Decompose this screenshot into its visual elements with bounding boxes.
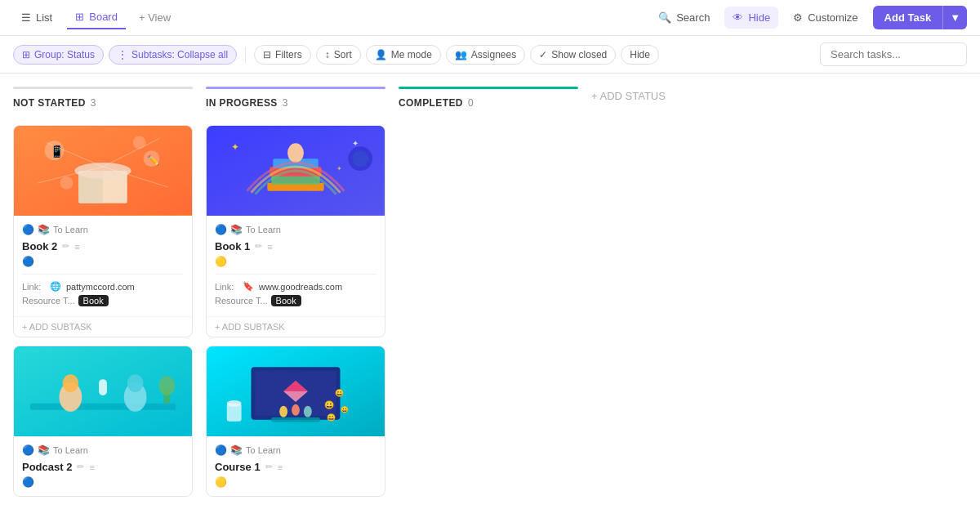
- card-book2-resource-row: Resource T... Book: [22, 295, 184, 306]
- add-subtask-book2[interactable]: + ADD SUBTASK: [14, 316, 192, 337]
- board-area: NOT STARTED 3 📱 ✏️: [0, 74, 980, 518]
- add-task-arrow-icon[interactable]: ▼: [942, 6, 967, 29]
- edit-icon[interactable]: ✏: [62, 241, 69, 252]
- search-icon: 🔍: [658, 11, 671, 24]
- filters-button[interactable]: ⊟ Filters: [254, 45, 311, 65]
- link-label: Link:: [215, 282, 238, 292]
- card-podcast2-title: Podcast 2: [22, 461, 72, 473]
- in-progress-header: IN PROGRESS 3: [206, 97, 385, 115]
- add-task-button[interactable]: Add Task ▼: [873, 6, 967, 29]
- svg-point-3: [74, 163, 131, 179]
- tag-emoji-2: 📚: [38, 444, 50, 456]
- card-book1[interactable]: ✦ ✦ ✦ 🔵 📚 To Learn Book 1 ✏ ≡: [206, 125, 385, 337]
- sort-label: Sort: [334, 49, 352, 60]
- svg-point-22: [158, 376, 175, 395]
- me-mode-label: Me mode: [391, 49, 432, 60]
- hide-icon: 👁: [733, 11, 743, 24]
- nav-board-label: Board: [89, 11, 118, 23]
- more-icon[interactable]: ≡: [74, 242, 79, 252]
- me-mode-button[interactable]: 👤 Me mode: [366, 45, 441, 65]
- card-book1-title: Book 1: [215, 240, 250, 252]
- edit-icon[interactable]: ✏: [265, 462, 273, 472]
- search-tasks-input[interactable]: [820, 42, 967, 66]
- tag-label: To Learn: [246, 225, 281, 234]
- link-value[interactable]: www.goodreads.com: [259, 282, 342, 292]
- add-subtask-book1[interactable]: + ADD SUBTASK: [207, 316, 385, 337]
- svg-point-44: [227, 400, 242, 407]
- card-podcast2-body: 🔵 📚 To Learn Podcast 2 ✏ ≡ 🔵: [14, 436, 192, 496]
- show-closed-label: Show closed: [551, 49, 607, 60]
- group-status-pill[interactable]: ⊞ Group: Status: [13, 45, 104, 65]
- svg-rect-15: [30, 404, 176, 410]
- card-book2-flag: 🔵: [22, 256, 184, 267]
- svg-rect-20: [99, 379, 107, 395]
- subtasks-pill[interactable]: ⋮ Subtasks: Collapse all: [109, 45, 237, 65]
- completed-bar: [399, 87, 578, 89]
- tag-label: To Learn: [53, 225, 88, 234]
- card-book1-body: 🔵 📚 To Learn Book 1 ✏ ≡ 🟡 Link: 🔖 www.go…: [207, 216, 385, 316]
- group-label: Group: Status: [34, 49, 95, 60]
- tag-emoji-2: 📚: [230, 444, 243, 456]
- in-progress-title: IN PROGRESS: [206, 97, 278, 109]
- completed-title: COMPLETED: [399, 97, 463, 109]
- toolbar: ⊞ Group: Status ⋮ Subtasks: Collapse all…: [0, 36, 980, 74]
- not-started-count: 3: [91, 97, 96, 109]
- nav-list[interactable]: ☰ List: [13, 7, 60, 29]
- search-label: Search: [676, 11, 710, 24]
- more-icon[interactable]: ≡: [267, 242, 272, 252]
- card-book1-flag: 🟡: [215, 256, 376, 267]
- not-started-header: NOT STARTED 3: [13, 97, 193, 115]
- card-course1[interactable]: 😀 😀 😀 😀 🔵 📚 To Learn Course 1 ✏ ≡ 🟡: [206, 346, 385, 497]
- in-progress-bar: [206, 87, 385, 89]
- assignees-button[interactable]: 👥 Assignees: [446, 45, 525, 65]
- column-in-progress: IN PROGRESS 3: [206, 87, 385, 507]
- card-podcast2[interactable]: 🔵 📚 To Learn Podcast 2 ✏ ≡ 🔵: [13, 346, 193, 497]
- card-book1-image: ✦ ✦ ✦: [207, 126, 385, 216]
- card-book1-link-field: Link: 🔖 www.goodreads.com: [215, 281, 376, 292]
- toolbar-search: [820, 42, 967, 66]
- svg-text:✦: ✦: [336, 165, 342, 172]
- show-closed-button[interactable]: ✓ Show closed: [530, 45, 616, 65]
- link-value[interactable]: pattymccord.com: [66, 282, 135, 292]
- add-status-button[interactable]: + ADD STATUS: [591, 87, 722, 507]
- subtasks-icon: ⋮: [118, 49, 127, 60]
- me-mode-icon: 👤: [375, 49, 387, 60]
- card-podcast2-tags: 🔵 📚 To Learn: [22, 444, 184, 456]
- resource-tag: Book: [78, 295, 109, 306]
- search-button[interactable]: 🔍 Search: [650, 7, 718, 29]
- svg-text:😀: 😀: [324, 400, 335, 410]
- sort-button[interactable]: ↕ Sort: [316, 45, 361, 65]
- card-book1-tags: 🔵 📚 To Learn: [215, 224, 376, 235]
- add-view-label: + View: [139, 11, 171, 24]
- card-book2-title-row: Book 2 ✏ ≡: [22, 240, 184, 252]
- svg-point-9: [60, 176, 73, 190]
- nav-board[interactable]: ⊞ Board: [67, 6, 126, 29]
- divider: [215, 274, 376, 275]
- more-icon[interactable]: ≡: [89, 462, 94, 472]
- customize-button[interactable]: ⚙ Customize: [785, 7, 866, 29]
- in-progress-count: 3: [283, 97, 288, 109]
- customize-icon: ⚙: [793, 11, 803, 24]
- not-started-title: NOT STARTED: [13, 97, 86, 109]
- top-nav: ☰ List ⊞ Board + View 🔍 Search 👁 Hide ⚙ …: [0, 0, 980, 36]
- svg-point-40: [292, 404, 300, 416]
- card-course1-tags: 🔵 📚 To Learn: [215, 444, 376, 456]
- hide-toolbar-button[interactable]: Hide: [621, 45, 659, 65]
- edit-icon[interactable]: ✏: [255, 241, 262, 252]
- assignees-icon: 👥: [455, 49, 467, 60]
- subtasks-label: Subtasks: Collapse all: [131, 49, 228, 60]
- list-icon: ☰: [21, 11, 31, 24]
- svg-text:😀: 😀: [341, 405, 349, 413]
- card-book1-title-row: Book 1 ✏ ≡: [215, 240, 376, 252]
- show-closed-icon: ✓: [539, 49, 547, 60]
- hide-button[interactable]: 👁 Hide: [724, 7, 778, 29]
- add-view-button[interactable]: + View: [132, 7, 177, 29]
- add-status-label: + ADD STATUS: [591, 90, 666, 102]
- hide-toolbar-label: Hide: [630, 49, 650, 60]
- link-icon: 🔖: [243, 281, 254, 292]
- edit-icon[interactable]: ✏: [77, 462, 84, 472]
- svg-point-17: [62, 374, 78, 392]
- card-book2[interactable]: 📱 ✏️ 🔵 📚 To Learn: [13, 125, 193, 337]
- svg-point-41: [304, 406, 312, 418]
- more-icon[interactable]: ≡: [278, 462, 283, 472]
